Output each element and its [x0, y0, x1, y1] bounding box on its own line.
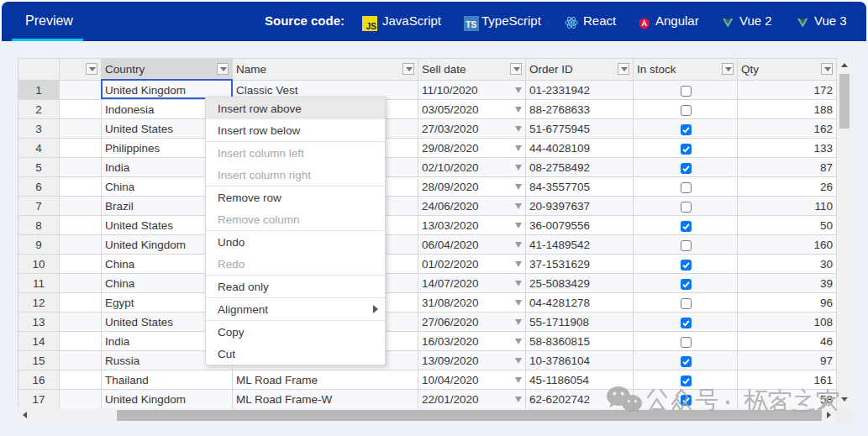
svg-text:JS: JS	[366, 22, 377, 31]
svg-text:TS: TS	[466, 20, 476, 29]
